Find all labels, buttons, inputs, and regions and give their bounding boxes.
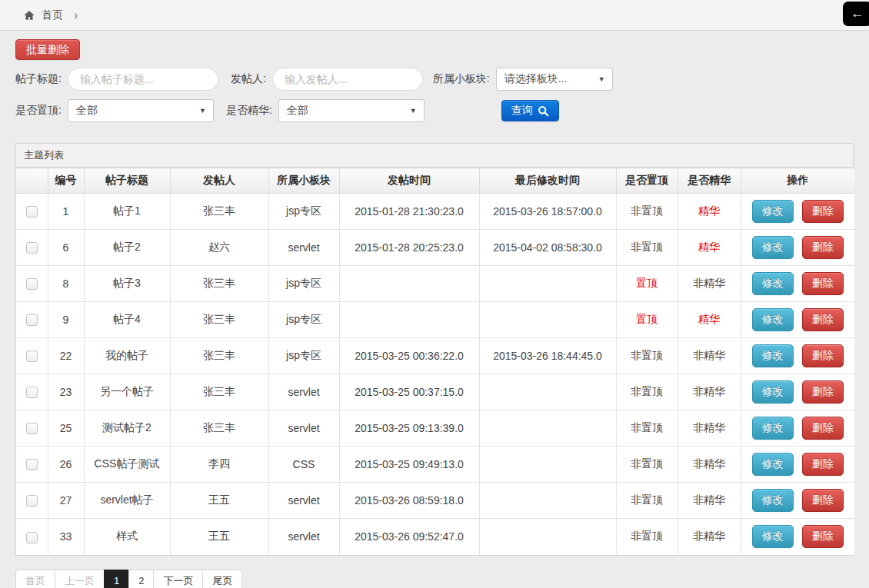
cell-post-time: 2015-03-25 00:36:22.0 (339, 338, 479, 374)
batch-delete-button[interactable]: 批量删除 (15, 39, 80, 60)
edit-button[interactable]: 修改 (752, 417, 794, 440)
breadcrumb-home[interactable]: 首页 (42, 8, 63, 22)
cell-actions: 修改 删除 (741, 519, 854, 555)
cell-featured: 非精华 (678, 483, 741, 519)
cell-actions: 修改 删除 (741, 230, 854, 266)
cell-poster: 张三丰 (170, 194, 268, 230)
search-button-label: 查询 (511, 104, 533, 118)
cell-checkbox (16, 374, 48, 410)
delete-button[interactable]: 删除 (802, 344, 844, 367)
edit-button[interactable]: 修改 (752, 380, 794, 404)
delete-button[interactable]: 删除 (802, 525, 844, 548)
cell-post-time: 2015-03-25 00:37:15.0 (339, 374, 479, 410)
table-row: 8 帖子3 张三丰 jsp专区 置顶 非精华 修改 删除 (16, 266, 854, 302)
header-title: 帖子标题 (84, 168, 170, 194)
cell-board: servlet (268, 374, 339, 410)
left-arrow-icon: ← (851, 6, 864, 22)
edit-button[interactable]: 修改 (752, 236, 794, 259)
topic-table-body: 1 帖子1 张三丰 jsp专区 2015-01-28 21:30:23.0 20… (16, 194, 854, 555)
delete-button[interactable]: 删除 (802, 272, 844, 295)
cell-modified-time: 2015-03-26 18:57:00.0 (479, 194, 616, 230)
cell-featured: 精华 (678, 194, 741, 230)
cell-board: CSS (268, 447, 339, 483)
row-checkbox[interactable] (26, 459, 38, 470)
page-button-last[interactable]: 尾页 (202, 570, 242, 588)
cell-post-time: 2015-01-28 20:25:23.0 (339, 230, 479, 266)
cell-poster: 王五 (170, 519, 268, 555)
cell-modified-time (479, 302, 616, 338)
cell-checkbox (16, 266, 48, 302)
cell-title: 测试帖子2 (84, 410, 170, 447)
cell-title: 另一个帖子 (84, 374, 170, 410)
title-filter-input[interactable] (68, 68, 218, 91)
cell-board: jsp专区 (268, 266, 339, 302)
filter-row-1: 帖子标题: 发帖人: 所属小板块: 请选择板块... ▼ (15, 67, 854, 91)
cell-id: 25 (48, 410, 84, 447)
cell-pinned: 非置顶 (616, 230, 678, 266)
cell-title: 样式 (84, 519, 170, 555)
row-checkbox[interactable] (26, 314, 38, 326)
cell-id: 6 (48, 230, 84, 266)
panel-title: 主题列表 (16, 144, 853, 168)
chevron-down-icon: ▼ (598, 75, 605, 83)
edit-button[interactable]: 修改 (752, 525, 794, 548)
cell-modified-time: 2015-03-26 18:44:45.0 (479, 338, 616, 374)
row-checkbox[interactable] (26, 423, 38, 434)
row-checkbox[interactable] (26, 495, 38, 507)
board-select[interactable]: 请选择板块... ▼ (496, 68, 613, 91)
cell-featured: 非精华 (678, 374, 741, 410)
board-select-value: 请选择板块... (504, 72, 568, 86)
delete-button[interactable]: 删除 (802, 489, 844, 512)
edit-button[interactable]: 修改 (752, 272, 794, 295)
cell-board: jsp专区 (268, 302, 339, 338)
header-id: 编号 (48, 168, 84, 194)
header-checkbox-column (16, 168, 48, 194)
page-button-page-1[interactable]: 1 (104, 570, 129, 588)
poster-filter-input[interactable] (272, 68, 423, 91)
cell-pinned: 非置顶 (616, 519, 678, 555)
row-checkbox[interactable] (26, 242, 38, 254)
cell-modified-time (479, 410, 616, 447)
cell-modified-time (479, 519, 616, 555)
delete-button[interactable]: 删除 (802, 453, 844, 476)
cell-pinned: 置顶 (616, 266, 678, 302)
cell-id: 33 (48, 519, 84, 555)
board-filter-label: 所属小板块: (433, 72, 490, 86)
edit-button[interactable]: 修改 (752, 308, 794, 331)
cell-actions: 修改 删除 (741, 194, 854, 230)
delete-button[interactable]: 删除 (802, 236, 844, 259)
row-checkbox[interactable] (26, 350, 38, 362)
header-post-time: 发帖时间 (339, 168, 479, 194)
row-checkbox[interactable] (26, 278, 38, 290)
home-icon[interactable] (23, 9, 35, 22)
pinned-select[interactable]: 全部 ▼ (68, 99, 214, 122)
featured-select[interactable]: 全部 ▼ (278, 99, 425, 122)
cell-poster: 张三丰 (170, 410, 268, 447)
edit-button[interactable]: 修改 (752, 489, 794, 512)
edit-button[interactable]: 修改 (752, 344, 794, 367)
sidebar-collapse-button[interactable]: ← (843, 2, 869, 26)
row-checkbox[interactable] (26, 206, 38, 218)
cell-board: servlet (268, 483, 339, 519)
cell-board: servlet (268, 410, 339, 447)
row-checkbox[interactable] (26, 387, 38, 398)
delete-button[interactable]: 删除 (802, 308, 844, 331)
page-button-first: 首页 (15, 570, 55, 588)
edit-button[interactable]: 修改 (752, 453, 794, 476)
page-button-page-2[interactable]: 2 (128, 570, 154, 588)
delete-button[interactable]: 删除 (802, 417, 844, 440)
search-button[interactable]: 查询 (501, 100, 559, 121)
row-checkbox[interactable] (26, 532, 38, 543)
cell-actions: 修改 删除 (741, 410, 854, 447)
page-button-next[interactable]: 下一页 (153, 570, 203, 588)
delete-button[interactable]: 删除 (802, 380, 844, 404)
edit-button[interactable]: 修改 (752, 200, 794, 223)
cell-pinned: 非置顶 (616, 410, 678, 447)
cell-title: CSS帖子测试 (84, 447, 170, 483)
main-content: 批量删除 帖子标题: 发帖人: 所属小板块: 请选择板块... ▼ 是否置顶: … (0, 31, 869, 588)
cell-modified-time (479, 374, 616, 410)
table-row: 23 另一个帖子 张三丰 servlet 2015-03-25 00:37:15… (16, 374, 854, 410)
page-button-prev: 上一页 (55, 570, 105, 588)
cell-featured: 精华 (678, 230, 741, 266)
delete-button[interactable]: 删除 (802, 200, 844, 223)
